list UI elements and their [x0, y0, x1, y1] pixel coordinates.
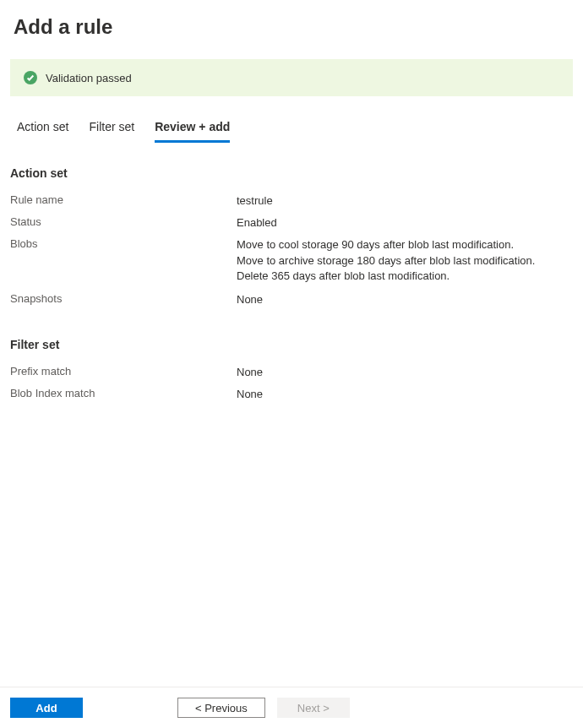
- footer: Add < Previous Next >: [0, 687, 583, 728]
- status-value: Enabled: [237, 215, 277, 231]
- checkmark-icon: [24, 71, 37, 84]
- prefix-match-value: None: [237, 365, 263, 380]
- snapshots-label: Snapshots: [10, 292, 237, 305]
- tab-filter-set[interactable]: Filter set: [89, 120, 134, 143]
- rule-name-label: Rule name: [10, 193, 237, 206]
- row-status: Status Enabled: [10, 215, 573, 231]
- nav-button-group: < Previous Next >: [177, 698, 350, 718]
- validation-message: Validation passed: [46, 72, 132, 84]
- prefix-match-label: Prefix match: [10, 365, 237, 378]
- add-button[interactable]: Add: [10, 698, 83, 718]
- blobs-label: Blobs: [10, 237, 237, 250]
- filter-set-header: Filter set: [10, 338, 573, 351]
- row-rule-name: Rule name testrule: [10, 193, 573, 209]
- page-title: Add a rule: [0, 0, 583, 46]
- tab-review-add[interactable]: Review + add: [155, 120, 230, 143]
- row-snapshots: Snapshots None: [10, 292, 573, 307]
- blob-index-match-label: Blob Index match: [10, 387, 237, 399]
- row-prefix-match: Prefix match None: [10, 365, 573, 380]
- previous-button[interactable]: < Previous: [177, 698, 265, 718]
- tab-action-set[interactable]: Action set: [17, 120, 68, 143]
- row-blob-index-match: Blob Index match None: [10, 387, 573, 402]
- next-button: Next >: [277, 698, 350, 718]
- row-blobs: Blobs Move to cool storage 90 days after…: [10, 237, 573, 284]
- tabs: Action set Filter set Review + add: [0, 96, 583, 143]
- filter-set-section: Filter set Prefix match None Blob Index …: [0, 314, 583, 402]
- blobs-line-3: Delete 365 days after blob last modifica…: [237, 269, 535, 284]
- blob-index-match-value: None: [237, 387, 263, 402]
- blobs-line-2: Move to archive storage 180 days after b…: [237, 253, 535, 269]
- blobs-value: Move to cool storage 90 days after blob …: [237, 237, 535, 284]
- action-set-section: Action set Rule name testrule Status Ena…: [0, 143, 583, 307]
- rule-name-value: testrule: [237, 193, 273, 209]
- action-set-header: Action set: [10, 166, 573, 180]
- blobs-line-1: Move to cool storage 90 days after blob …: [237, 237, 535, 253]
- snapshots-value: None: [237, 292, 263, 307]
- validation-banner: Validation passed: [10, 59, 573, 96]
- status-label: Status: [10, 215, 237, 228]
